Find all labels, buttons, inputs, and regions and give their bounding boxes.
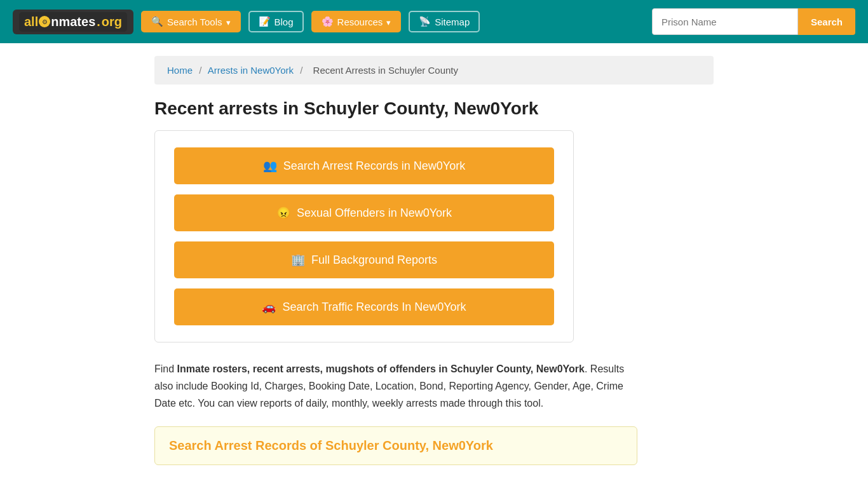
background-reports-button[interactable]: 🏢 Full Background Reports xyxy=(174,241,554,278)
prison-search-label: Search xyxy=(811,17,843,27)
logo-inmates-text: nmates xyxy=(51,15,95,29)
search-arrest-section: Search Arrest Records of Schuyler County… xyxy=(154,426,637,465)
description-prefix: Find xyxy=(154,363,177,374)
background-icon: 🏢 xyxy=(291,253,305,267)
breadcrumb-separator-2: / xyxy=(300,65,302,76)
resources-button[interactable]: 🌸 Resources xyxy=(311,11,402,32)
blog-button[interactable]: 📝 Blog xyxy=(248,11,304,32)
blog-icon: 📝 xyxy=(259,16,271,27)
search-tools-icon: 🔍 xyxy=(151,16,163,27)
offenders-icon: 😠 xyxy=(276,206,290,220)
search-arrest-records-button[interactable]: 👥 Search Arrest Records in New0York xyxy=(174,147,554,184)
page-title: Recent arrests in Schuyler County, New0Y… xyxy=(154,98,714,119)
sexual-offenders-label: Sexual Offenders in New0York xyxy=(297,207,452,220)
logo-gear-icon: ⚙ xyxy=(39,16,50,27)
description-bold: Inmate rosters, recent arrests, mugshots… xyxy=(177,363,585,374)
chevron-down-icon xyxy=(226,17,231,27)
logo-dot-text: . xyxy=(97,15,100,29)
background-reports-label: Full Background Reports xyxy=(311,254,437,267)
search-tools-label: Search Tools xyxy=(167,17,222,27)
main-content: Home / Arrests in New0York / Recent Arre… xyxy=(142,43,726,478)
sitemap-icon: 📡 xyxy=(419,16,431,27)
sitemap-button[interactable]: 📡 Sitemap xyxy=(409,11,480,32)
logo-org-text: org xyxy=(102,15,122,29)
prison-name-input[interactable] xyxy=(652,8,798,35)
breadcrumb-arrests-link[interactable]: Arrests in New0York xyxy=(208,65,294,76)
resources-chevron-icon xyxy=(386,17,391,27)
breadcrumb-separator-1: / xyxy=(199,65,201,76)
sitemap-label: Sitemap xyxy=(435,17,470,27)
breadcrumb: Home / Arrests in New0York / Recent Arre… xyxy=(154,56,714,85)
action-buttons-card: 👥 Search Arrest Records in New0York 😠 Se… xyxy=(154,130,574,342)
breadcrumb-home-link[interactable]: Home xyxy=(167,65,193,76)
blog-label: Blog xyxy=(275,17,294,27)
prison-search-button[interactable]: Search xyxy=(798,8,855,35)
site-logo[interactable]: all ⚙ nmates . org xyxy=(13,10,133,34)
traffic-records-button[interactable]: 🚗 Search Traffic Records In New0York xyxy=(174,288,554,325)
site-header: all ⚙ nmates . org 🔍 Search Tools 📝 Blog… xyxy=(0,0,868,43)
traffic-records-label: Search Traffic Records In New0York xyxy=(282,301,466,314)
page-description: Find Inmate rosters, recent arrests, mug… xyxy=(154,360,637,412)
resources-icon: 🌸 xyxy=(322,16,334,27)
prison-search-form: Search xyxy=(652,8,855,35)
arrest-records-label: Search Arrest Records in New0York xyxy=(283,159,465,173)
search-tools-button[interactable]: 🔍 Search Tools xyxy=(141,11,240,32)
resources-label: Resources xyxy=(337,17,383,27)
arrest-records-icon: 👥 xyxy=(263,159,277,173)
sexual-offenders-button[interactable]: 😠 Sexual Offenders in New0York xyxy=(174,194,554,231)
traffic-icon: 🚗 xyxy=(262,300,276,314)
search-section-title: Search Arrest Records of Schuyler County… xyxy=(169,438,623,453)
logo-all-text: all xyxy=(24,15,38,29)
breadcrumb-current: Recent Arrests in Schuyler County xyxy=(313,65,458,76)
